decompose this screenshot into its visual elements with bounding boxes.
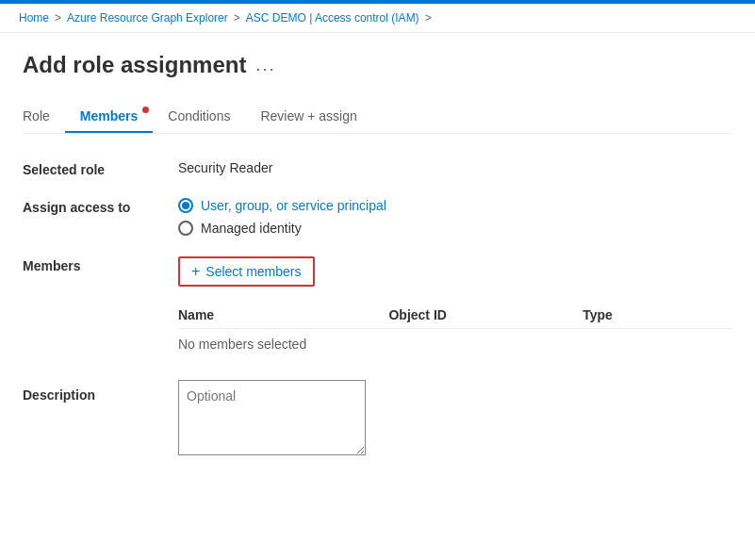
assign-access-row: Assign access to User, group, or service… <box>23 198 732 236</box>
selected-role-row: Selected role Security Reader <box>23 160 732 177</box>
members-table: Name Object ID Type No members selected <box>178 302 732 359</box>
members-content: + Select members Name Object ID Type <box>178 256 732 359</box>
tab-review-assign[interactable]: Review + assign <box>245 101 371 133</box>
breadcrumb-home[interactable]: Home <box>19 11 49 25</box>
description-row: Description <box>23 380 732 458</box>
breadcrumb-asc-demo[interactable]: ASC DEMO | Access control (IAM) <box>246 11 419 25</box>
radio-label-2: Managed identity <box>201 221 302 236</box>
assign-access-options: User, group, or service principal Manage… <box>178 198 732 236</box>
page-title-options[interactable]: ... <box>255 56 275 75</box>
tab-bar: Role Members Conditions Review + assign <box>23 101 732 134</box>
radio-label-1: User, group, or service principal <box>201 198 386 213</box>
select-members-label: Select members <box>205 264 301 279</box>
radio-outer-2 <box>178 221 193 236</box>
breadcrumb: Home > Azure Resource Graph Explorer > A… <box>0 4 755 33</box>
tab-conditions[interactable]: Conditions <box>153 101 245 133</box>
assign-access-label: Assign access to <box>23 198 178 215</box>
empty-message: No members selected <box>178 329 732 360</box>
select-members-button[interactable]: + Select members <box>178 256 315 287</box>
breadcrumb-sep-3: > <box>425 11 432 25</box>
selected-role-value: Security Reader <box>178 160 732 175</box>
col-header-type: Type <box>583 302 732 329</box>
members-label: Members <box>23 256 178 273</box>
col-header-objectid: Object ID <box>388 302 583 329</box>
breadcrumb-graph-explorer[interactable]: Azure Resource Graph Explorer <box>67 11 228 25</box>
members-table-container: Name Object ID Type No members selected <box>178 302 732 359</box>
breadcrumb-sep-2: > <box>234 11 240 25</box>
radio-outer-1 <box>178 198 193 213</box>
form-section: Selected role Security Reader Assign acc… <box>23 160 732 458</box>
plus-icon: + <box>191 263 200 280</box>
selected-role-label: Selected role <box>23 160 178 177</box>
radio-managed-identity[interactable]: Managed identity <box>178 221 732 236</box>
description-label: Description <box>23 380 178 403</box>
table-row-empty: No members selected <box>178 329 732 360</box>
description-field-wrapper <box>178 380 732 458</box>
tab-members[interactable]: Members <box>65 101 153 133</box>
tab-role[interactable]: Role <box>23 101 65 133</box>
breadcrumb-sep-1: > <box>55 11 61 25</box>
description-textarea[interactable] <box>178 380 366 455</box>
page-title: Add role assignment <box>23 52 246 78</box>
members-dot <box>142 107 149 113</box>
radio-user-group[interactable]: User, group, or service principal <box>178 198 732 213</box>
col-header-name: Name <box>178 302 388 329</box>
members-row: Members + Select members Name Object ID … <box>23 256 732 359</box>
radio-inner-1 <box>182 202 189 209</box>
